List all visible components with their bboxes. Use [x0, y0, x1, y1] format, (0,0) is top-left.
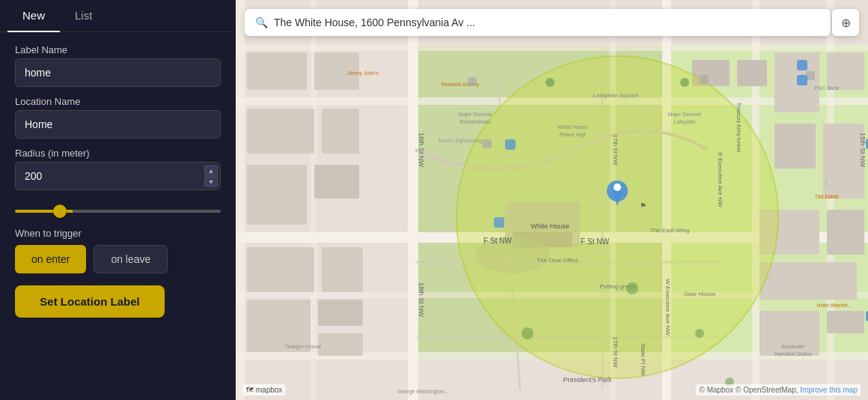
svg-text:17th St NW: 17th St NW	[612, 337, 619, 368]
svg-rect-33	[760, 262, 857, 300]
radius-label: Radius (in meter)	[15, 148, 221, 159]
svg-text:Hotel Washin...: Hotel Washin...	[816, 303, 852, 308]
svg-text:18th St NW: 18th St NW	[418, 282, 425, 318]
svg-rect-87	[797, 75, 807, 85]
svg-rect-20	[247, 165, 307, 225]
svg-text:17th St NW: 17th St NW	[612, 135, 619, 166]
svg-text:Major General: Major General	[668, 112, 702, 118]
svg-text:PNC Bank: PNC Bank	[815, 85, 840, 91]
svg-point-41	[456, 56, 778, 378]
tab-bar: New List	[0, 0, 236, 32]
svg-rect-25	[318, 300, 363, 326]
radius-slider-wrapper	[15, 199, 221, 219]
svg-rect-82	[700, 75, 709, 84]
svg-rect-35	[827, 311, 864, 333]
left-panel: New List Label Name Location Name Radius…	[0, 0, 236, 400]
svg-text:White House: White House	[531, 222, 569, 230]
svg-rect-16	[247, 52, 307, 90]
map-search-bar[interactable]: 🔍 The White House, 1600 Pennsylvania Av …	[245, 9, 831, 36]
map-container[interactable]: 15th St NW 18th St NW 18th St NW F St NW…	[236, 0, 868, 400]
svg-point-80	[614, 184, 621, 191]
locate-button[interactable]: ⊕	[832, 9, 859, 36]
svg-text:Lafayette Square: Lafayette Square	[593, 92, 639, 99]
svg-text:F St NW: F St NW	[581, 237, 609, 246]
location-name-label: Location Name	[15, 96, 221, 107]
svg-rect-30	[823, 124, 864, 199]
svg-rect-29	[774, 124, 816, 169]
radius-field: Radius (in meter) ▲ ▼	[15, 148, 221, 190]
svg-rect-37	[737, 60, 767, 86]
svg-rect-26	[318, 333, 363, 356]
svg-rect-90	[505, 139, 516, 150]
form-area: Label Name Location Name Radius (in mete…	[0, 32, 236, 400]
svg-text:Gate House: Gate House	[684, 291, 716, 297]
label-name-field: Label Name	[15, 44, 221, 87]
search-text: The White House, 1600 Pennsylvania Av ..…	[274, 16, 475, 28]
svg-rect-85	[483, 139, 492, 148]
svg-text:Old Ebbitt: Old Ebbitt	[816, 194, 839, 199]
location-name-field: Location Name	[15, 96, 221, 139]
attribution-text: © Mapbox © OpenStreetMap,	[699, 386, 800, 394]
svg-rect-10	[408, 0, 418, 400]
mapbox-logo-text: 🗺 mapbox	[246, 386, 282, 394]
svg-text:Major General: Major General	[459, 112, 492, 118]
improve-map-link[interactable]: Improve this map	[800, 386, 858, 394]
svg-text:F St NW: F St NW	[483, 237, 512, 245]
svg-rect-9	[236, 0, 245, 400]
svg-text:E Executive Ave NW: E Executive Ave NW	[717, 152, 724, 207]
search-icon: 🔍	[255, 16, 268, 28]
svg-rect-86	[797, 60, 807, 70]
radius-spin-down[interactable]: ▼	[204, 177, 218, 187]
svg-rect-32	[827, 210, 864, 255]
svg-text:18th St NW: 18th St NW	[418, 133, 425, 168]
svg-text:Peace Vigil: Peace Vigil	[560, 132, 586, 138]
on-leave-button[interactable]: on leave	[94, 245, 168, 273]
radius-spin-buttons: ▲ ▼	[204, 166, 218, 187]
svg-text:🍴: 🍴	[823, 178, 833, 188]
location-name-input[interactable]	[15, 110, 221, 139]
on-enter-button[interactable]: on enter	[15, 245, 86, 273]
svg-text:Treasury Army tunnel: Treasury Army tunnel	[736, 103, 742, 153]
radius-spin-up[interactable]: ▲	[204, 166, 218, 176]
svg-text:15th St NW: 15th St NW	[859, 133, 867, 168]
label-name-label: Label Name	[15, 44, 221, 55]
map-svg: 15th St NW 18th St NW 18th St NW F St NW…	[236, 0, 868, 400]
svg-text:President's Park: President's Park	[563, 376, 612, 384]
svg-text:White House: White House	[557, 124, 587, 130]
set-location-button[interactable]: Set Location Label	[15, 285, 165, 318]
svg-text:Jimmy John's: Jimmy John's	[347, 70, 379, 76]
svg-point-96	[695, 329, 704, 338]
svg-text:The Oval Office: The Oval Office	[537, 257, 578, 264]
radius-slider[interactable]	[15, 210, 221, 213]
svg-text:Tourist Sightseeing: Tourist Sightseeing	[438, 138, 482, 144]
svg-rect-34	[760, 311, 819, 356]
trigger-section: When to trigger on enter on leave	[15, 228, 221, 273]
svg-point-92	[545, 78, 554, 87]
mapbox-logo: 🗺 mapbox	[243, 384, 285, 396]
svg-rect-28	[827, 52, 864, 90]
svg-text:W Executive Ave NW: W Executive Ave NW	[664, 279, 671, 336]
svg-rect-23	[322, 247, 363, 292]
svg-rect-84	[468, 77, 477, 86]
label-name-input[interactable]	[15, 58, 221, 87]
svg-rect-22	[247, 247, 314, 292]
svg-text:Hamilton Statue: Hamilton Statue	[774, 351, 812, 357]
svg-text:The East Wing: The East Wing	[650, 227, 689, 234]
tab-list[interactable]: List	[60, 0, 107, 32]
svg-point-94	[626, 282, 638, 294]
svg-point-95	[522, 327, 534, 339]
svg-rect-6	[236, 45, 868, 51]
svg-text:State Pl NW: State Pl NW	[640, 343, 647, 376]
svg-rect-19	[322, 109, 359, 154]
radius-input[interactable]	[15, 162, 221, 190]
svg-text:⚑: ⚑	[640, 201, 647, 210]
svg-text:Alexander: Alexander	[781, 344, 805, 349]
tab-new[interactable]: New	[7, 0, 60, 32]
svg-text:Rochambeau: Rochambeau	[459, 119, 491, 124]
locate-icon: ⊕	[841, 16, 851, 30]
svg-text:Octagon House: Octagon House	[285, 344, 322, 350]
map-area: 15th St NW 18th St NW 18th St NW F St NW…	[236, 0, 868, 400]
svg-rect-18	[247, 109, 314, 154]
svg-rect-91	[494, 217, 504, 228]
svg-text:George Washington...: George Washington...	[397, 389, 448, 395]
